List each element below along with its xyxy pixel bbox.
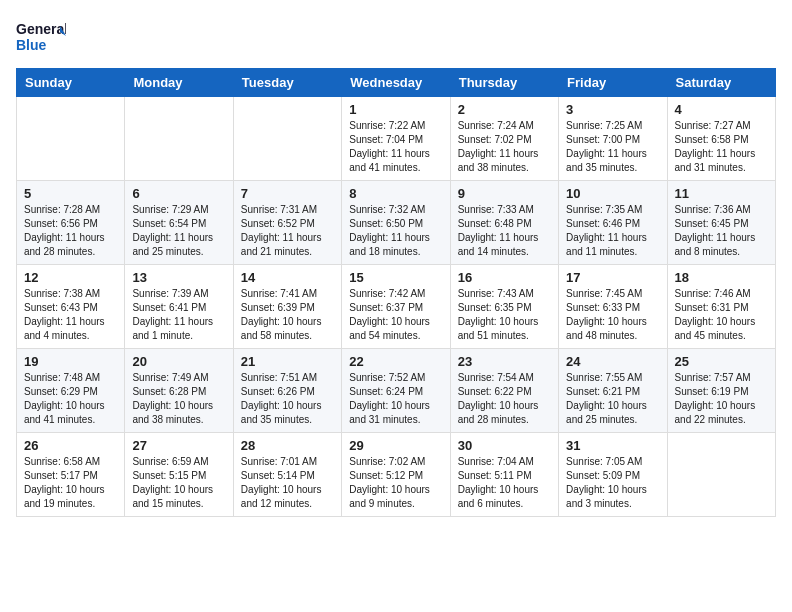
day-info: Sunrise: 7:52 AMSunset: 6:24 PMDaylight:… (349, 371, 442, 427)
calendar-cell: 21Sunrise: 7:51 AMSunset: 6:26 PMDayligh… (233, 349, 341, 433)
calendar-cell: 4Sunrise: 7:27 AMSunset: 6:58 PMDaylight… (667, 97, 775, 181)
week-row: 26Sunrise: 6:58 AMSunset: 5:17 PMDayligh… (17, 433, 776, 517)
day-number: 23 (458, 354, 551, 369)
week-row: 1Sunrise: 7:22 AMSunset: 7:04 PMDaylight… (17, 97, 776, 181)
calendar-cell: 1Sunrise: 7:22 AMSunset: 7:04 PMDaylight… (342, 97, 450, 181)
logo: GeneralBlue (16, 16, 66, 60)
day-number: 28 (241, 438, 334, 453)
header-sunday: Sunday (17, 69, 125, 97)
calendar-cell: 14Sunrise: 7:41 AMSunset: 6:39 PMDayligh… (233, 265, 341, 349)
day-info: Sunrise: 7:32 AMSunset: 6:50 PMDaylight:… (349, 203, 442, 259)
calendar-cell: 10Sunrise: 7:35 AMSunset: 6:46 PMDayligh… (559, 181, 667, 265)
day-number: 17 (566, 270, 659, 285)
day-number: 12 (24, 270, 117, 285)
day-info: Sunrise: 7:28 AMSunset: 6:56 PMDaylight:… (24, 203, 117, 259)
day-number: 29 (349, 438, 442, 453)
calendar-cell: 6Sunrise: 7:29 AMSunset: 6:54 PMDaylight… (125, 181, 233, 265)
calendar-cell: 30Sunrise: 7:04 AMSunset: 5:11 PMDayligh… (450, 433, 558, 517)
day-info: Sunrise: 7:57 AMSunset: 6:19 PMDaylight:… (675, 371, 768, 427)
calendar-cell: 18Sunrise: 7:46 AMSunset: 6:31 PMDayligh… (667, 265, 775, 349)
week-row: 19Sunrise: 7:48 AMSunset: 6:29 PMDayligh… (17, 349, 776, 433)
day-info: Sunrise: 7:38 AMSunset: 6:43 PMDaylight:… (24, 287, 117, 343)
day-info: Sunrise: 7:25 AMSunset: 7:00 PMDaylight:… (566, 119, 659, 175)
day-info: Sunrise: 7:02 AMSunset: 5:12 PMDaylight:… (349, 455, 442, 511)
day-info: Sunrise: 7:41 AMSunset: 6:39 PMDaylight:… (241, 287, 334, 343)
calendar-cell: 5Sunrise: 7:28 AMSunset: 6:56 PMDaylight… (17, 181, 125, 265)
day-number: 11 (675, 186, 768, 201)
day-info: Sunrise: 6:59 AMSunset: 5:15 PMDaylight:… (132, 455, 225, 511)
day-info: Sunrise: 7:05 AMSunset: 5:09 PMDaylight:… (566, 455, 659, 511)
day-number: 18 (675, 270, 768, 285)
calendar-cell: 8Sunrise: 7:32 AMSunset: 6:50 PMDaylight… (342, 181, 450, 265)
calendar-cell: 3Sunrise: 7:25 AMSunset: 7:00 PMDaylight… (559, 97, 667, 181)
header-wednesday: Wednesday (342, 69, 450, 97)
day-info: Sunrise: 7:55 AMSunset: 6:21 PMDaylight:… (566, 371, 659, 427)
day-number: 26 (24, 438, 117, 453)
day-number: 14 (241, 270, 334, 285)
day-info: Sunrise: 7:48 AMSunset: 6:29 PMDaylight:… (24, 371, 117, 427)
day-info: Sunrise: 7:39 AMSunset: 6:41 PMDaylight:… (132, 287, 225, 343)
page-header: GeneralBlue (16, 16, 776, 60)
day-number: 8 (349, 186, 442, 201)
svg-text:Blue: Blue (16, 37, 47, 53)
calendar-cell: 26Sunrise: 6:58 AMSunset: 5:17 PMDayligh… (17, 433, 125, 517)
day-number: 7 (241, 186, 334, 201)
calendar-cell: 9Sunrise: 7:33 AMSunset: 6:48 PMDaylight… (450, 181, 558, 265)
calendar-cell: 20Sunrise: 7:49 AMSunset: 6:28 PMDayligh… (125, 349, 233, 433)
day-info: Sunrise: 7:54 AMSunset: 6:22 PMDaylight:… (458, 371, 551, 427)
day-number: 4 (675, 102, 768, 117)
day-number: 20 (132, 354, 225, 369)
day-number: 21 (241, 354, 334, 369)
day-info: Sunrise: 7:46 AMSunset: 6:31 PMDaylight:… (675, 287, 768, 343)
calendar-cell (125, 97, 233, 181)
day-number: 13 (132, 270, 225, 285)
calendar-cell: 2Sunrise: 7:24 AMSunset: 7:02 PMDaylight… (450, 97, 558, 181)
day-info: Sunrise: 7:45 AMSunset: 6:33 PMDaylight:… (566, 287, 659, 343)
day-number: 19 (24, 354, 117, 369)
logo-svg: GeneralBlue (16, 16, 66, 60)
calendar-cell: 28Sunrise: 7:01 AMSunset: 5:14 PMDayligh… (233, 433, 341, 517)
header-saturday: Saturday (667, 69, 775, 97)
calendar-cell: 11Sunrise: 7:36 AMSunset: 6:45 PMDayligh… (667, 181, 775, 265)
calendar-cell: 15Sunrise: 7:42 AMSunset: 6:37 PMDayligh… (342, 265, 450, 349)
day-number: 1 (349, 102, 442, 117)
calendar-cell: 24Sunrise: 7:55 AMSunset: 6:21 PMDayligh… (559, 349, 667, 433)
day-number: 6 (132, 186, 225, 201)
calendar: SundayMondayTuesdayWednesdayThursdayFrid… (16, 68, 776, 517)
day-number: 3 (566, 102, 659, 117)
day-info: Sunrise: 7:43 AMSunset: 6:35 PMDaylight:… (458, 287, 551, 343)
day-info: Sunrise: 7:51 AMSunset: 6:26 PMDaylight:… (241, 371, 334, 427)
day-number: 30 (458, 438, 551, 453)
day-info: Sunrise: 7:49 AMSunset: 6:28 PMDaylight:… (132, 371, 225, 427)
calendar-cell: 17Sunrise: 7:45 AMSunset: 6:33 PMDayligh… (559, 265, 667, 349)
calendar-cell: 19Sunrise: 7:48 AMSunset: 6:29 PMDayligh… (17, 349, 125, 433)
day-info: Sunrise: 7:22 AMSunset: 7:04 PMDaylight:… (349, 119, 442, 175)
calendar-cell: 29Sunrise: 7:02 AMSunset: 5:12 PMDayligh… (342, 433, 450, 517)
day-info: Sunrise: 7:42 AMSunset: 6:37 PMDaylight:… (349, 287, 442, 343)
day-number: 24 (566, 354, 659, 369)
day-number: 16 (458, 270, 551, 285)
day-info: Sunrise: 6:58 AMSunset: 5:17 PMDaylight:… (24, 455, 117, 511)
calendar-cell (667, 433, 775, 517)
calendar-cell (17, 97, 125, 181)
day-number: 2 (458, 102, 551, 117)
day-info: Sunrise: 7:01 AMSunset: 5:14 PMDaylight:… (241, 455, 334, 511)
day-info: Sunrise: 7:04 AMSunset: 5:11 PMDaylight:… (458, 455, 551, 511)
day-number: 10 (566, 186, 659, 201)
day-info: Sunrise: 7:27 AMSunset: 6:58 PMDaylight:… (675, 119, 768, 175)
day-info: Sunrise: 7:29 AMSunset: 6:54 PMDaylight:… (132, 203, 225, 259)
calendar-cell: 7Sunrise: 7:31 AMSunset: 6:52 PMDaylight… (233, 181, 341, 265)
day-number: 22 (349, 354, 442, 369)
header-monday: Monday (125, 69, 233, 97)
calendar-cell (233, 97, 341, 181)
day-info: Sunrise: 7:33 AMSunset: 6:48 PMDaylight:… (458, 203, 551, 259)
header-friday: Friday (559, 69, 667, 97)
header-tuesday: Tuesday (233, 69, 341, 97)
calendar-cell: 23Sunrise: 7:54 AMSunset: 6:22 PMDayligh… (450, 349, 558, 433)
calendar-cell: 16Sunrise: 7:43 AMSunset: 6:35 PMDayligh… (450, 265, 558, 349)
day-number: 5 (24, 186, 117, 201)
calendar-cell: 22Sunrise: 7:52 AMSunset: 6:24 PMDayligh… (342, 349, 450, 433)
day-info: Sunrise: 7:31 AMSunset: 6:52 PMDaylight:… (241, 203, 334, 259)
day-number: 9 (458, 186, 551, 201)
calendar-cell: 25Sunrise: 7:57 AMSunset: 6:19 PMDayligh… (667, 349, 775, 433)
